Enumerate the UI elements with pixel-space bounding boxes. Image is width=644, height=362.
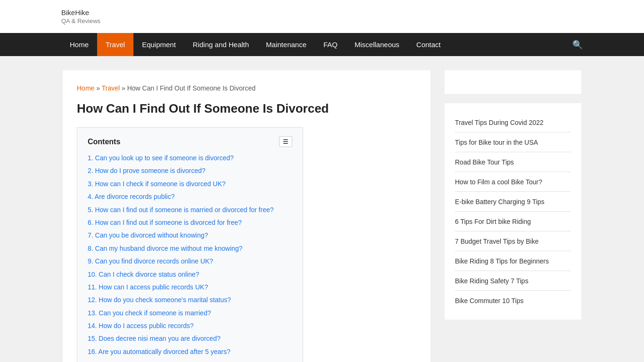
- sidebar-link-item: 7 Budget Travel Tips by Bike: [455, 231, 571, 251]
- sidebar-links-list: Travel Tips During Covid 2022Tips for Bi…: [455, 113, 571, 310]
- sidebar-link[interactable]: E-bike Battery Charging 9 Tips: [455, 198, 545, 206]
- nav-link-equipment[interactable]: Equipment: [133, 33, 184, 56]
- contents-link[interactable]: 4. Are divorce records public?: [88, 193, 174, 200]
- contents-link[interactable]: 5. How can I find out if someone is marr…: [88, 206, 274, 214]
- contents-header: Contents ☰: [88, 136, 292, 147]
- content-wrapper: Home » Travel » How Can I Find Out If So…: [53, 56, 591, 362]
- contents-item: 7. Can you be divorced without knowing?: [88, 230, 292, 240]
- nav-item-equipment: Equipment: [133, 33, 184, 56]
- breadcrumb-home[interactable]: Home: [77, 84, 94, 92]
- sidebar-link-item: E-bike Battery Charging 9 Tips: [455, 192, 571, 212]
- contents-item: 11. How can I access public records UK?: [88, 282, 292, 292]
- contents-item: 12. How do you check someone's marital s…: [88, 295, 292, 305]
- contents-link[interactable]: 12. How do you check someone's marital s…: [88, 296, 231, 304]
- sidebar-link[interactable]: Travel Tips During Covid 2022: [455, 119, 544, 126]
- sidebar-link[interactable]: Bike Riding Safety 7 Tips: [455, 277, 528, 285]
- contents-link[interactable]: 9. Can you find divorce records online U…: [88, 257, 213, 265]
- contents-link[interactable]: 3. How can I check if someone is divorce…: [88, 180, 226, 188]
- contents-link[interactable]: 6. How can I find out if someone is divo…: [88, 219, 242, 226]
- breadcrumb: Home » Travel » How Can I Find Out If So…: [77, 84, 416, 92]
- main-content: Home » Travel » How Can I Find Out If So…: [63, 70, 430, 362]
- contents-item: 16. Are you automatically divorced after…: [88, 346, 292, 357]
- sidebar-link-item: Tips for Bike tour in the USA: [455, 132, 571, 152]
- contents-link[interactable]: 1. Can you look up to see if someone is …: [88, 154, 234, 162]
- site-header: BikeHike QA & Reviews: [0, 0, 644, 33]
- main-nav: HomeTravelEquipmentRiding and HealthMain…: [0, 33, 644, 56]
- nav-item-miscellaneous: Miscellaneous: [346, 33, 408, 56]
- nav-item-riding-and-health: Riding and Health: [184, 33, 257, 56]
- site-tagline: QA & Reviews: [61, 17, 583, 25]
- sidebar-link-item: 6 Tips For Dirt bike Riding: [455, 212, 571, 231]
- nav-link-travel[interactable]: Travel: [97, 33, 133, 56]
- contents-link[interactable]: 15. Does decree nisi mean you are divorc…: [88, 335, 221, 342]
- sidebar-link-item: Bike Riding 8 Tips for Beginners: [455, 251, 571, 271]
- sidebar-link[interactable]: Road Bike Tour Tips: [455, 158, 514, 166]
- sidebar-link-item: How to Film a cool Bike Tour?: [455, 172, 571, 192]
- contents-box: Contents ☰ 1. Can you look up to see if …: [77, 127, 303, 362]
- nav-item-contact: Contact: [408, 33, 449, 56]
- sidebar-link[interactable]: Bike Commuter 10 Tips: [455, 297, 524, 304]
- contents-link[interactable]: 7. Can you be divorced without knowing?: [88, 231, 208, 239]
- contents-toggle-button[interactable]: ☰: [279, 136, 292, 147]
- nav-link-miscellaneous[interactable]: Miscellaneous: [346, 33, 408, 56]
- contents-list: 1. Can you look up to see if someone is …: [88, 153, 292, 357]
- nav-link-maintenance[interactable]: Maintenance: [257, 33, 315, 56]
- sidebar-link-item: Road Bike Tour Tips: [455, 152, 571, 172]
- contents-item: 6. How can I find out if someone is divo…: [88, 217, 292, 228]
- nav-link-home[interactable]: Home: [61, 33, 97, 56]
- sidebar-link[interactable]: 7 Budget Travel Tips by Bike: [455, 238, 538, 245]
- contents-link[interactable]: 8. Can my husband divorce me without me …: [88, 245, 242, 252]
- contents-item: 9. Can you find divorce records online U…: [88, 256, 292, 266]
- sidebar-link-item: Travel Tips During Covid 2022: [455, 113, 571, 132]
- contents-item: 13. Can you check if someone is married?: [88, 308, 292, 318]
- breadcrumb-current: How Can I Find Out If Someone Is Divorce…: [127, 84, 256, 92]
- contents-item: 2. How do I prove someone is divorced?: [88, 165, 292, 176]
- breadcrumb-travel[interactable]: Travel: [102, 84, 120, 92]
- contents-title: Contents: [88, 138, 120, 146]
- sidebar-link-item: Bike Commuter 10 Tips: [455, 291, 571, 310]
- contents-link[interactable]: 14. How do I access public records?: [88, 322, 194, 329]
- nav-links: HomeTravelEquipmentRiding and HealthMain…: [61, 33, 449, 56]
- contents-link[interactable]: 10. Can I check divorce status online?: [88, 271, 199, 278]
- contents-item: 8. Can my husband divorce me without me …: [88, 243, 292, 254]
- contents-item: 15. Does decree nisi mean you are divorc…: [88, 333, 292, 344]
- sidebar-link[interactable]: How to Film a cool Bike Tour?: [455, 178, 542, 186]
- contents-link[interactable]: 16. Are you automatically divorced after…: [88, 348, 231, 355]
- contents-item: 14. How do I access public records?: [88, 321, 292, 331]
- contents-link[interactable]: 2. How do I prove someone is divorced?: [88, 167, 206, 174]
- nav-item-home: Home: [61, 33, 97, 56]
- article-title: How Can I Find Out If Someone Is Divorce…: [77, 101, 416, 116]
- sidebar-links-box: Travel Tips During Covid 2022Tips for Bi…: [445, 103, 581, 320]
- contents-item: 5. How can I find out if someone is marr…: [88, 205, 292, 215]
- sidebar: Travel Tips During Covid 2022Tips for Bi…: [445, 70, 581, 362]
- search-icon[interactable]: 🔍: [572, 40, 583, 50]
- sidebar-link[interactable]: Bike Riding 8 Tips for Beginners: [455, 257, 549, 265]
- nav-link-faq[interactable]: FAQ: [315, 33, 346, 56]
- nav-item-travel: Travel: [97, 33, 133, 56]
- contents-item: 4. Are divorce records public?: [88, 191, 292, 202]
- contents-link[interactable]: 13. Can you check if someone is married?: [88, 309, 211, 317]
- sidebar-link[interactable]: 6 Tips For Dirt bike Riding: [455, 218, 531, 225]
- contents-item: 10. Can I check divorce status online?: [88, 269, 292, 280]
- nav-item-maintenance: Maintenance: [257, 33, 315, 56]
- contents-link[interactable]: 11. How can I access public records UK?: [88, 283, 208, 291]
- sidebar-link[interactable]: Tips for Bike tour in the USA: [455, 139, 538, 146]
- nav-link-contact[interactable]: Contact: [408, 33, 449, 56]
- contents-item: 3. How can I check if someone is divorce…: [88, 179, 292, 189]
- nav-item-faq: FAQ: [315, 33, 346, 56]
- nav-link-riding-and-health[interactable]: Riding and Health: [184, 33, 257, 56]
- site-title: BikeHike: [61, 8, 583, 16]
- contents-item: 1. Can you look up to see if someone is …: [88, 153, 292, 163]
- sidebar-link-item: Bike Riding Safety 7 Tips: [455, 271, 571, 291]
- sidebar-search-box: [445, 70, 581, 94]
